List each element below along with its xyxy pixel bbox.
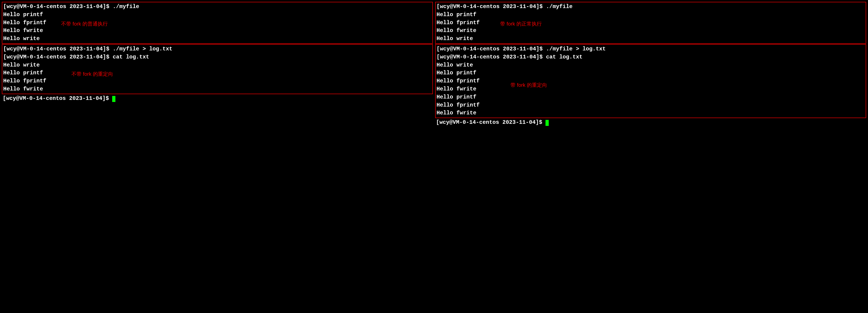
prompt-text: [wcy@VM-0-14-centos 2023-11-04]$	[436, 119, 546, 126]
terminal-line: Hello write	[3, 61, 431, 69]
cursor-icon	[112, 96, 116, 102]
annotation-with-fork-redirect: 带 fork 的重定向	[510, 81, 547, 89]
terminal-line: Hello write	[3, 35, 431, 43]
terminal-line: Hello printf	[437, 69, 865, 77]
right-box-top: [wcy@VM-0-14-centos 2023-11-04]$ ./myfil…	[435, 2, 866, 44]
terminal-line: Hello printf	[3, 11, 431, 19]
terminal-line: Hello write	[437, 61, 865, 69]
right-box-bottom: [wcy@VM-0-14-centos 2023-11-04]$ ./myfil…	[435, 44, 866, 118]
terminal-line: [wcy@VM-0-14-centos 2023-11-04]$ ./myfil…	[437, 3, 865, 11]
annotation-with-fork-normal: 带 fork 的正常执行	[500, 20, 542, 28]
left-box-bottom: [wcy@VM-0-14-centos 2023-11-04]$ ./myfil…	[2, 44, 433, 94]
terminal-line: [wcy@VM-0-14-centos 2023-11-04]$ ./myfil…	[3, 3, 431, 11]
terminal-line: Hello printf	[437, 11, 865, 19]
left-column: [wcy@VM-0-14-centos 2023-11-04]$ ./myfil…	[2, 2, 433, 127]
terminal-line: Hello printf	[3, 69, 431, 77]
cursor-icon	[546, 120, 549, 126]
left-box-top: [wcy@VM-0-14-centos 2023-11-04]$ ./myfil…	[2, 2, 433, 44]
terminal-line: Hello fwrite	[437, 27, 865, 35]
terminal-line: Hello fprintf	[437, 101, 865, 109]
right-column: [wcy@VM-0-14-centos 2023-11-04]$ ./myfil…	[435, 2, 866, 127]
annotation-no-fork-normal: 不带 fork 的普通执行	[61, 20, 108, 28]
terminal-line: Hello fwrite	[3, 27, 431, 35]
prompt-line-right[interactable]: [wcy@VM-0-14-centos 2023-11-04]$	[435, 118, 866, 127]
terminal-line: Hello fwrite	[437, 109, 865, 117]
terminal-line: [wcy@VM-0-14-centos 2023-11-04]$ ./myfil…	[3, 45, 431, 53]
terminal-line: Hello fwrite	[3, 85, 431, 93]
terminal-line: [wcy@VM-0-14-centos 2023-11-04]$ cat log…	[3, 53, 431, 61]
terminal-line: [wcy@VM-0-14-centos 2023-11-04]$ cat log…	[437, 53, 865, 61]
terminal-line: Hello fprintf	[437, 77, 865, 85]
terminal-line: Hello write	[437, 35, 865, 43]
annotation-no-fork-redirect: 不带 fork 的重定向	[71, 70, 113, 78]
prompt-text: [wcy@VM-0-14-centos 2023-11-04]$	[3, 95, 112, 102]
terminal-line: Hello fwrite	[437, 85, 865, 93]
prompt-line-left[interactable]: [wcy@VM-0-14-centos 2023-11-04]$	[2, 95, 433, 103]
terminal-line: [wcy@VM-0-14-centos 2023-11-04]$ ./myfil…	[437, 45, 865, 53]
terminal-line: Hello printf	[437, 93, 865, 101]
terminal-line: Hello fprintf	[3, 77, 431, 85]
